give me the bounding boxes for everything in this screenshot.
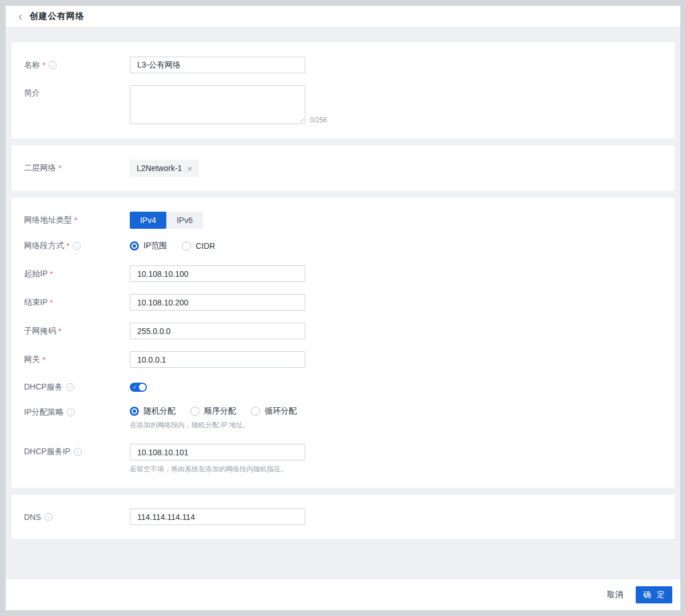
info-icon[interactable]: i [45, 513, 53, 521]
netmask-row: 子网掩码 * [11, 323, 675, 339]
info-icon[interactable]: i [66, 383, 74, 391]
gateway-row: 网关 * [11, 351, 675, 368]
char-counter: 0/256 [310, 116, 327, 124]
create-public-network-page: ‹ 创建公有网络 名称 * i 简介 [6, 6, 680, 610]
start-ip-input[interactable] [130, 265, 305, 282]
dns-label: DNS [24, 512, 41, 522]
gateway-input[interactable] [130, 351, 305, 368]
segment-mode-row: 网络段方式 * i IP范围 CIDR [11, 241, 675, 251]
netmask-input[interactable] [130, 323, 305, 339]
required-marker: * [58, 327, 61, 336]
gateway-label: 网关 [24, 355, 40, 365]
info-icon[interactable]: i [49, 61, 57, 69]
card-basic-info: 名称 * i 简介 0/256 [11, 42, 675, 138]
card-l2-network: 二层网络 * L2Network-1 × [11, 145, 675, 191]
segment-mode-radio-group: IP范围 CIDR [130, 241, 215, 251]
ip-alloc-help-text: 在添加的网络段内，随机分配 IP 地址。 [130, 420, 297, 430]
required-marker: * [50, 298, 53, 307]
dhcp-service-row: DHCP服务 i ✓ [11, 382, 675, 392]
ip-alloc-row: IP分配策略 i 随机分配 顺序分配 [11, 406, 675, 430]
end-ip-input[interactable] [130, 294, 305, 311]
l2-network-row: 二层网络 * L2Network-1 × [11, 160, 675, 177]
required-marker: * [42, 61, 45, 70]
cancel-button[interactable]: 取消 [601, 586, 629, 603]
tag-remove-icon[interactable]: × [187, 164, 192, 173]
radio-unselected-icon [190, 407, 200, 416]
dhcp-ip-label: DHCP服务IP [24, 447, 70, 457]
radio-selected-icon [130, 407, 139, 416]
ip-alloc-label: IP分配策略 [24, 407, 63, 418]
dns-row: DNS i [11, 508, 675, 525]
end-ip-label: 结束IP [24, 297, 47, 308]
required-marker: * [74, 216, 77, 225]
name-row: 名称 * i [11, 57, 675, 73]
ip-alloc-radio-group: 随机分配 顺序分配 循环分配 [130, 406, 297, 416]
radio-selected-icon [130, 241, 139, 251]
netmask-label: 子网掩码 [24, 326, 56, 336]
address-type-row: 网络地址类型 * IPv4 IPv6 [11, 212, 675, 229]
dhcp-ip-help-text: 若留空不填，将由系统在添加的网络段内随机指定。 [130, 464, 305, 474]
l2-network-label: 二层网络 [24, 163, 56, 173]
card-network-settings: 网络地址类型 * IPv4 IPv6 网络段方式 * i [11, 198, 675, 488]
form-content: 名称 * i 简介 0/256 [6, 27, 680, 579]
tab-ipv4[interactable]: IPv4 [130, 212, 166, 229]
start-ip-row: 起始IP * [11, 265, 675, 282]
radio-random-alloc[interactable]: 随机分配 [130, 406, 176, 416]
info-icon[interactable]: i [74, 448, 82, 456]
segment-mode-label: 网络段方式 [24, 241, 64, 251]
toggle-knob [139, 384, 146, 391]
required-marker: * [58, 164, 61, 173]
description-row: 简介 0/256 [11, 85, 675, 124]
radio-unselected-icon [251, 407, 260, 416]
info-icon[interactable]: i [73, 242, 81, 250]
end-ip-row: 结束IP * [11, 294, 675, 311]
window-frame: ‹ 创建公有网络 名称 * i 简介 [0, 0, 686, 616]
required-marker: * [66, 241, 69, 251]
name-label: 名称 [24, 60, 40, 70]
address-type-label: 网络地址类型 [24, 215, 72, 225]
dns-input[interactable] [130, 508, 305, 525]
dhcp-service-label: DHCP服务 [24, 382, 63, 392]
dhcp-ip-input[interactable] [130, 444, 305, 460]
toggle-check-icon: ✓ [133, 383, 137, 391]
start-ip-label: 起始IP [24, 269, 47, 279]
info-icon[interactable]: i [67, 408, 75, 416]
radio-sequential-alloc[interactable]: 顺序分配 [190, 406, 236, 416]
radio-ip-range[interactable]: IP范围 [130, 241, 167, 251]
l2-network-tag[interactable]: L2Network-1 × [130, 160, 199, 177]
dhcp-ip-row: DHCP服务IP i 若留空不填，将由系统在添加的网络段内随机指定。 [11, 444, 675, 474]
page-title: 创建公有网络 [30, 11, 85, 22]
radio-cyclic-alloc[interactable]: 循环分配 [251, 406, 297, 416]
required-marker: * [50, 269, 53, 279]
card-dns: DNS i [11, 495, 675, 539]
footer-actions: 取消 确 定 [6, 579, 680, 610]
description-textarea[interactable] [130, 85, 305, 124]
required-marker: * [42, 355, 45, 364]
radio-cidr[interactable]: CIDR [182, 241, 215, 251]
name-input[interactable] [130, 57, 305, 73]
description-label: 简介 [24, 88, 40, 98]
confirm-button[interactable]: 确 定 [636, 586, 672, 603]
dhcp-service-toggle[interactable]: ✓ [130, 383, 147, 392]
address-type-segmented: IPv4 IPv6 [130, 212, 203, 229]
radio-unselected-icon [182, 241, 191, 251]
l2-network-tag-label: L2Network-1 [137, 164, 182, 173]
tab-ipv6[interactable]: IPv6 [166, 212, 203, 229]
page-header: ‹ 创建公有网络 [6, 6, 680, 27]
back-icon[interactable]: ‹ [18, 10, 22, 22]
